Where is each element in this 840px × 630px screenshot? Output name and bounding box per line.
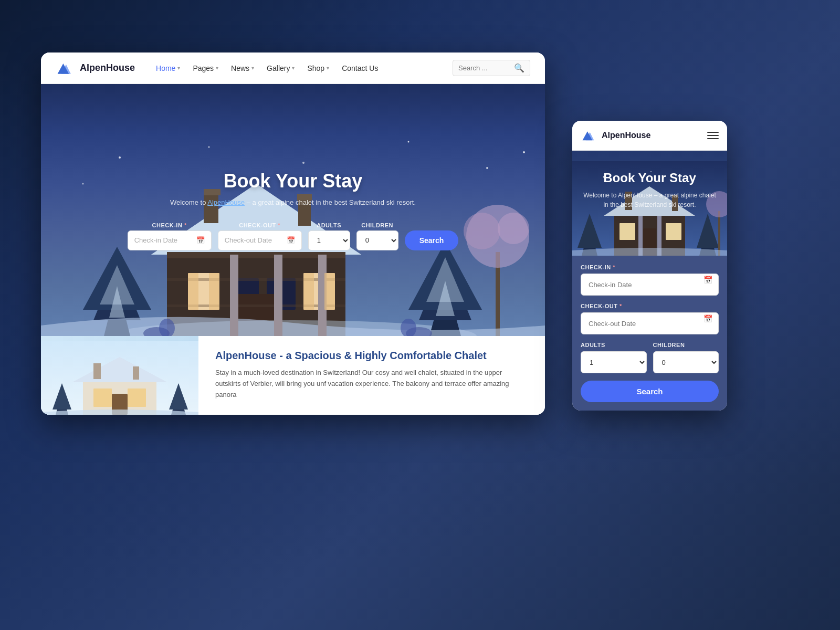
mobile-calendar-icon-checkin: 📅: [704, 276, 712, 284]
svg-rect-57: [133, 366, 139, 380]
desktop-navbar: AlpenHouse Home ▾ Pages ▾ News ▾ Gallery…: [41, 52, 545, 84]
content-image: [41, 336, 198, 415]
mobile-hero-subtitle: Welcome to AlpenHouse – a great alpine c…: [583, 191, 717, 209]
svg-rect-34: [230, 255, 238, 336]
svg-point-47: [523, 151, 525, 153]
svg-point-44: [408, 141, 410, 143]
desktop-booking-form: CHECK-IN * Check-in Date 📅 CHECK-OUT * C…: [128, 222, 459, 250]
checkin-label: CHECK-IN *: [128, 222, 212, 228]
desktop-search-input[interactable]: [458, 64, 511, 72]
shop-chevron: ▾: [327, 65, 329, 71]
desktop-hero-subtitle: Welcome to AlpenHouse – a great alpine c…: [128, 198, 459, 206]
svg-rect-58: [93, 388, 112, 407]
mobile-checkout-group: CHECK-OUT * 📅: [581, 303, 719, 334]
mobile-checkout-input[interactable]: [581, 312, 719, 334]
nav-item-pages[interactable]: Pages ▾: [193, 64, 218, 72]
checkin-placeholder: Check-in Date: [134, 236, 177, 244]
mobile-adults-select[interactable]: 1 2 3 4: [581, 351, 647, 373]
checkout-label: CHECK-OUT *: [218, 222, 302, 228]
pages-chevron: ▾: [216, 65, 218, 71]
hero-subtitle-link[interactable]: AlpenHouse: [207, 198, 245, 206]
content-description: Stay in a much-loved destination in Swit…: [215, 368, 528, 400]
desktop-search-area[interactable]: 🔍: [453, 60, 530, 76]
mobile-adults-children-row: ADULTS 1 2 3 4 CHILDREN 0 1 2 3: [581, 342, 719, 373]
news-chevron: ▾: [251, 65, 254, 71]
adults-label: ADULTS: [308, 222, 350, 228]
adults-group: ADULTS 1 2 3 4: [308, 222, 350, 250]
calendar-icon-checkin: 📅: [196, 236, 205, 244]
desktop-mockup: AlpenHouse Home ▾ Pages ▾ News ▾ Gallery…: [41, 52, 545, 415]
content-title: AlpenHouse - a Spacious & Highly Comfort…: [215, 349, 528, 362]
hamburger-menu[interactable]: [707, 132, 719, 139]
children-group: CHILDREN 0 1 2 3: [356, 222, 398, 250]
mobile-logo-icon: [581, 128, 597, 143]
home-chevron: ▾: [177, 65, 180, 71]
calendar-icon-checkout: 📅: [287, 236, 295, 244]
mobile-logo-text: AlpenHouse: [602, 131, 650, 140]
svg-rect-56: [93, 363, 101, 379]
svg-point-30: [464, 213, 500, 249]
nav-item-shop[interactable]: Shop ▾: [307, 64, 329, 72]
mobile-checkin-input[interactable]: [581, 274, 719, 296]
checkout-group: CHECK-OUT * Check-out Date 📅: [218, 222, 302, 250]
mobile-checkout-label: CHECK-OUT *: [581, 303, 719, 309]
desktop-hero: Book Your Stay Welcome to AlpenHouse – a…: [41, 84, 545, 336]
mobile-checkin-label: CHECK-IN *: [581, 264, 719, 270]
svg-rect-37: [188, 273, 198, 310]
logo-icon: [56, 59, 75, 78]
gallery-chevron: ▾: [292, 65, 295, 71]
svg-point-43: [302, 162, 304, 164]
search-icon: 🔍: [514, 63, 524, 73]
svg-point-45: [486, 167, 488, 169]
mobile-children-label: CHILDREN: [653, 342, 719, 348]
mobile-booking-form: CHECK-IN * 📅 CHECK-OUT * 📅 ADULTS 1 2 3 …: [572, 256, 727, 411]
checkin-required: *: [184, 222, 187, 228]
svg-point-41: [119, 156, 121, 159]
mobile-checkin-required: *: [611, 264, 615, 270]
hamburger-line-3: [707, 138, 719, 139]
mobile-children-col: CHILDREN 0 1 2 3: [653, 342, 719, 373]
svg-point-31: [498, 213, 529, 244]
svg-rect-38: [209, 273, 219, 310]
mobile-checkout-required: *: [618, 303, 622, 309]
mobile-logo[interactable]: AlpenHouse: [581, 128, 650, 143]
desktop-hero-content: Book Your Stay Welcome to AlpenHouse – a…: [117, 170, 469, 250]
hamburger-line-1: [707, 132, 719, 133]
mobile-mockup: AlpenHouse: [572, 121, 727, 411]
svg-rect-39: [303, 273, 314, 310]
adults-select[interactable]: 1 2 3 4: [308, 230, 350, 250]
nav-links: Home ▾ Pages ▾ News ▾ Gallery ▾ Shop ▾ C…: [156, 64, 453, 72]
checkout-placeholder: Check-out Date: [225, 236, 272, 244]
checkin-group: CHECK-IN * Check-in Date 📅: [128, 222, 212, 250]
nav-item-news[interactable]: News ▾: [231, 64, 254, 72]
nav-item-home[interactable]: Home ▾: [156, 64, 180, 72]
svg-point-46: [82, 183, 84, 185]
desktop-logo[interactable]: AlpenHouse: [56, 59, 135, 78]
svg-point-42: [208, 146, 210, 148]
mobile-calendar-icon-checkout: 📅: [704, 314, 712, 323]
hamburger-line-2: [707, 135, 719, 136]
children-select[interactable]: 0 1 2 3: [356, 230, 398, 250]
mobile-adults-label: ADULTS: [581, 342, 647, 348]
desktop-content-section: AlpenHouse - a Spacious & Highly Comfort…: [41, 336, 545, 415]
checkout-input-wrapper: Check-out Date 📅: [218, 230, 302, 250]
logo-text: AlpenHouse: [80, 62, 135, 74]
svg-rect-35: [274, 255, 282, 336]
svg-point-51: [401, 319, 416, 336]
mobile-children-select[interactable]: 0 1 2 3: [653, 351, 719, 373]
svg-rect-72: [620, 223, 635, 240]
mobile-hero-title: Book Your Stay: [583, 171, 717, 185]
mobile-search-button[interactable]: Search: [581, 381, 719, 402]
nav-item-contact[interactable]: Contact Us: [342, 64, 378, 72]
checkout-required: *: [278, 222, 280, 228]
mobile-adults-col: ADULTS 1 2 3 4: [581, 342, 647, 373]
desktop-search-button[interactable]: Search: [405, 230, 459, 250]
svg-rect-40: [324, 273, 335, 310]
svg-rect-73: [666, 223, 681, 240]
nav-item-gallery[interactable]: Gallery ▾: [267, 64, 295, 72]
checkin-input-wrapper: Check-in Date 📅: [128, 230, 212, 250]
mobile-checkin-group: CHECK-IN * 📅: [581, 264, 719, 296]
children-label: CHILDREN: [356, 222, 398, 228]
svg-rect-59: [128, 388, 146, 407]
mobile-navbar: AlpenHouse: [572, 121, 727, 151]
